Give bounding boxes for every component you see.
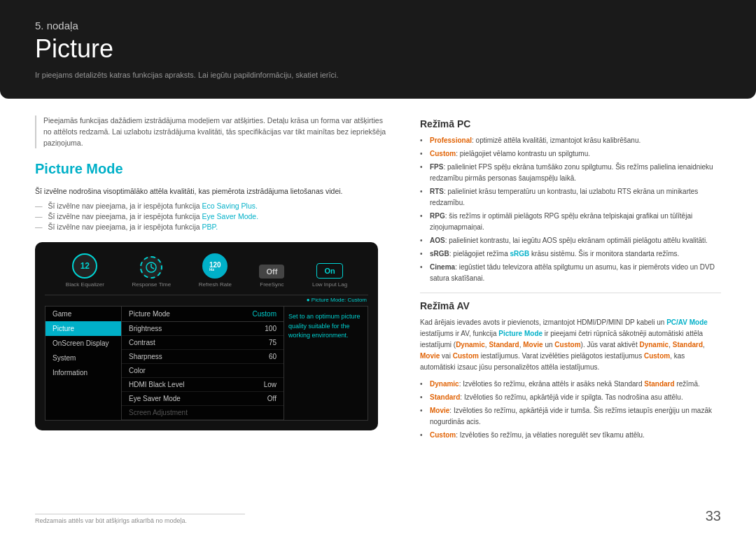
picture-mode-desc: Šī izvēlne nodrošina visoptimālāko attēl…: [35, 185, 392, 197]
osd-row-sharpness: Sharpness 60: [122, 350, 284, 364]
footer: Redzamais attēls var būt atšķirīgs atkar…: [35, 508, 721, 524]
osd-sharpness-label: Sharpness: [129, 353, 162, 360]
pc-item-custom: Custom: pielāgojiet vēlamo kontrastu un …: [420, 148, 721, 160]
osd-picture-mode-value: Custom: [253, 310, 276, 318]
dial-freesync: Off FreeSync: [259, 265, 284, 288]
page-number: 33: [706, 508, 721, 524]
sub-note-2: Šī izvēlne nav pieejama, ja ir iespējota…: [35, 212, 392, 220]
dial-circle-rt: [140, 256, 162, 279]
left-column: Pieejamās funkcijas dažādiem izstrādājum…: [35, 113, 392, 534]
osd-hdmi-label: HDMI Black Level: [129, 381, 184, 388]
header-description: Ir pieejams detalizēts katras funkcijas …: [35, 71, 721, 79]
osd-area: Game Picture OnScreen Display System Inf…: [45, 306, 368, 421]
pc-item-srgb: sRGB: pielāgojiet režīma sRGB krāsu sist…: [420, 248, 721, 260]
sub-note-1: Šī izvēlne nav pieejama, ja ir iespējota…: [35, 202, 392, 210]
picture-mode-title: Picture Mode: [35, 161, 392, 177]
osd-right-header: Picture Mode Custom: [122, 307, 284, 322]
right-column: Režīmā PC Professional: optimizē attēla …: [420, 113, 721, 534]
note-line: [35, 115, 36, 148]
av-intro: Kad ārējais ievades avots ir pievienots,…: [420, 317, 721, 373]
osd-right-panel: Picture Mode Custom Brightness 100 Contr…: [122, 306, 284, 421]
av-item-custom: Custom: Izvēloties šo režīmu, ja vēlatie…: [420, 430, 721, 441]
pc-item-rts: RTS: palieliniet krāsu temperatūru un ko…: [420, 186, 721, 209]
osd-eyesaver-value: Off: [267, 395, 276, 402]
note-text: Pieejamās funkcijas dažādiem izstrādājum…: [43, 115, 392, 148]
pc-item-aos: AOS: palieliniet kontrastu, lai iegūtu A…: [420, 235, 721, 246]
osd-row-color: Color: [122, 364, 284, 378]
dial-refresh-rate: 120Hz Refresh Rate: [199, 253, 232, 288]
pc-item-rpg: RPG: šis režīms ir optimāli pielāgots RP…: [420, 211, 721, 233]
av-item-dynamic: Dynamic: Izvēloties šo režīmu, ekrāna at…: [420, 379, 721, 390]
osd-picture-mode-label: Picture Mode: [129, 310, 170, 318]
svg-line-2: [151, 267, 154, 269]
freesync-button[interactable]: Off: [259, 265, 284, 279]
av-item-standard: Standard: Izvēloties šo režīmu, apkārtēj…: [420, 392, 721, 403]
osd-color-label: Color: [129, 367, 146, 374]
pc-item-professional: Professional: optimizē attēla kvalitāti,…: [420, 135, 721, 146]
av-bullet-list: Dynamic: Izvēloties šo režīmu, ekrāna at…: [420, 379, 721, 441]
main-content: Pieejamās funkcijas dažādiem izstrādājum…: [0, 99, 756, 534]
osd-brightness-value: 100: [265, 325, 276, 332]
osd-menu-picture[interactable]: Picture: [46, 321, 121, 336]
chapter-label: 5. nodaļa: [35, 20, 721, 31]
osd-hdmi-value: Low: [264, 381, 276, 388]
monitor-top-bar: 12 Black Equalizer Response Time 120Hz: [45, 253, 368, 295]
osd-row-eyesaver: Eye Saver Mode Off: [122, 392, 284, 406]
osd-side-text: Set to an optimum picture quality suitab…: [284, 306, 368, 421]
pc-item-fps: FPS: palieliniet FPS spēļu ekrāna tumšāk…: [420, 162, 721, 184]
page-header: 5. nodaļa Picture Ir pieejams detalizēts…: [0, 0, 756, 99]
pc-bullet-list: Professional: optimizē attēla kvalitāti,…: [420, 135, 721, 284]
sub-note-3: Šī izvēlne nav pieejama, ja ir iespējota…: [35, 223, 392, 231]
monitor-mockup: 12 Black Equalizer Response Time 120Hz: [35, 242, 378, 430]
osd-row-contrast: Contrast 75: [122, 336, 284, 350]
dial-response-time: Response Time: [132, 256, 172, 288]
dial-low-input-lag: On Low Input Lag: [312, 263, 347, 288]
osd-left-menu: Game Picture OnScreen Display System Inf…: [45, 306, 122, 421]
footer-note: Redzamais attēls var būt atšķirīgs atkar…: [35, 514, 245, 524]
osd-menu-information[interactable]: Information: [46, 365, 121, 380]
osd-row-brightness: Brightness 100: [122, 322, 284, 336]
section-av-title: Režīmā AV: [420, 300, 721, 311]
osd-row-screen: Screen Adjustment: [122, 406, 284, 420]
osd-contrast-value: 75: [269, 339, 276, 346]
osd-sharpness-value: 60: [269, 353, 276, 360]
av-item-movie: Movie: Izvēloties šo režīmu, apkārtējā v…: [420, 405, 721, 428]
osd-label: ● Picture Mode: Custom: [45, 297, 368, 303]
section-divider: [420, 293, 721, 293]
osd-screen-label: Screen Adjustment: [129, 409, 188, 416]
pc-item-cinema: Cinema: iegūstiet tādu televizora attēla…: [420, 262, 721, 284]
note-box: Pieejamās funkcijas dažādiem izstrādājum…: [35, 115, 392, 148]
dial-circle-be: 12: [72, 253, 97, 279]
dial-circle-rr: 120Hz: [202, 253, 227, 279]
section-pc-title: Režīmā PC: [420, 118, 721, 129]
osd-contrast-label: Contrast: [129, 339, 155, 346]
osd-brightness-label: Brightness: [129, 325, 162, 332]
dial-black-equalizer: 12 Black Equalizer: [66, 253, 104, 288]
osd-row-hdmi: HDMI Black Level Low: [122, 378, 284, 392]
low-input-lag-button[interactable]: On: [316, 263, 342, 279]
osd-menu-game[interactable]: Game: [46, 307, 121, 321]
osd-menu-system[interactable]: System: [46, 351, 121, 365]
osd-menu-onscreen[interactable]: OnScreen Display: [46, 336, 121, 351]
page-title: Picture: [35, 34, 721, 64]
osd-eyesaver-label: Eye Saver Mode: [129, 395, 181, 402]
